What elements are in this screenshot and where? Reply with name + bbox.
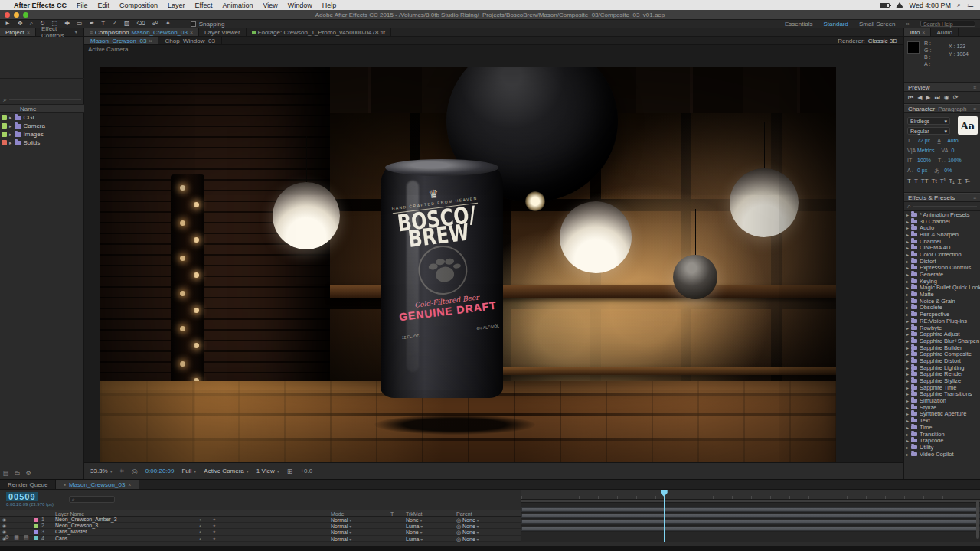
menu-effect[interactable]: Effect: [195, 2, 213, 9]
effect-category-matte[interactable]: ▸Matte: [904, 291, 980, 298]
label-color-chip[interactable]: [2, 123, 7, 129]
panel-menu-icon[interactable]: ≡: [973, 195, 976, 201]
current-time-display[interactable]: 0:00:20:09: [145, 468, 175, 474]
effects-presets-header[interactable]: Effects & Presets≡: [904, 193, 980, 202]
tab-layer-viewer[interactable]: Layer Viewer: [199, 28, 247, 36]
expand-arrow-icon[interactable]: ▸: [906, 358, 909, 364]
effect-category-sapphire-stylize[interactable]: ▸Sapphire Stylize: [904, 377, 980, 384]
char-style-button-1[interactable]: T: [914, 178, 918, 184]
expand-arrow-icon[interactable]: ▸: [906, 239, 909, 244]
menu-layer[interactable]: Layer: [168, 2, 185, 9]
effect-category-simulation[interactable]: ▸Simulation: [904, 397, 980, 404]
expand-arrow-icon[interactable]: ▸: [906, 325, 909, 331]
project-name-column-header[interactable]: Name: [0, 105, 84, 113]
toolbar-tool-11-icon[interactable]: ⌫: [137, 20, 145, 28]
baseline-shift-value[interactable]: 0 px: [917, 168, 927, 173]
expand-arrow-icon[interactable]: ▸: [906, 292, 909, 297]
expand-arrow-icon[interactable]: ▸: [906, 265, 909, 270]
expand-arrow-icon[interactable]: ▸: [906, 351, 909, 357]
menu-file[interactable]: File: [77, 2, 88, 9]
effect-category-sapphire-adjust[interactable]: ▸Sapphire Adjust: [904, 331, 980, 337]
effect-category-perspective[interactable]: ▸Perspective: [904, 311, 980, 318]
project-item-solids[interactable]: ▸Solids: [0, 139, 84, 147]
playhead[interactable]: [664, 490, 665, 542]
resolution-dropdown[interactable]: Full▾: [181, 468, 196, 474]
expand-arrow-icon[interactable]: ▸: [906, 285, 909, 290]
tracking-value[interactable]: 0: [952, 148, 955, 153]
renderer-control[interactable]: Renderer:Classic 3D: [838, 37, 903, 44]
expand-arrow-icon[interactable]: ▸: [906, 212, 909, 217]
preview-button-0[interactable]: ⏮: [908, 94, 913, 102]
timeline-scrollbar[interactable]: [976, 500, 979, 539]
expand-arrow-icon[interactable]: ▸: [906, 272, 909, 277]
effect-category-sapphire-blur-sharpen[interactable]: ▸Sapphire Blur+Sharpen: [904, 337, 980, 344]
comp-tab-mason-crewson[interactable]: Mason_Crewson_03×: [84, 37, 158, 44]
layer-switches-icons[interactable]: ◐ ✦: [199, 536, 220, 542]
layer-duration-bar[interactable]: [521, 514, 980, 518]
tab-timeline-mason-crewson[interactable]: ▪Mason_Crewson_03×: [56, 480, 139, 489]
grid-guides-icon[interactable]: ⌗: [120, 467, 124, 475]
layer-switches-icons[interactable]: ◐ ✦: [199, 529, 220, 535]
layer-duration-bar[interactable]: [521, 527, 980, 531]
expand-arrow-icon[interactable]: ▸: [906, 345, 909, 350]
visibility-eye-icon[interactable]: ◉: [2, 523, 6, 529]
preview-button-2[interactable]: ▶: [926, 94, 930, 101]
tab-render-queue[interactable]: Render Queue: [0, 480, 56, 489]
effect-category-video-copilot[interactable]: ▸Video Copilot: [904, 451, 980, 458]
effect-category-synthetic-aperture[interactable]: ▸Synthetic Aperture: [904, 411, 980, 418]
panel-menu-icon[interactable]: ≡: [973, 106, 976, 112]
tab-effect-controls[interactable]: Effect Controls▾: [36, 28, 83, 36]
trkmat-dropdown[interactable]: Luma ▾: [406, 536, 423, 543]
tab-composition-viewer[interactable]: ≡ Composition Mason_Crewson_03 ×: [84, 28, 199, 36]
expand-arrow-icon[interactable]: ▸: [906, 452, 909, 457]
expand-arrow-icon[interactable]: ▸: [9, 132, 12, 138]
timeline-footer-icon-1[interactable]: ▦: [14, 534, 19, 540]
effect-category-distort[interactable]: ▸Distort: [904, 258, 980, 265]
notification-center-icon[interactable]: ≔: [967, 2, 974, 9]
timeline-track-area[interactable]: [521, 490, 980, 542]
toolbar-tool-7-icon[interactable]: ✒: [90, 20, 95, 28]
layer-duration-bar[interactable]: [521, 520, 980, 524]
magnification-dropdown[interactable]: 33.3%▾: [90, 468, 113, 474]
label-color-chip[interactable]: [2, 132, 7, 137]
toolbar-tool-0-icon[interactable]: ►: [5, 20, 11, 28]
current-frame-field[interactable]: 00509: [6, 492, 38, 501]
visibility-eye-icon[interactable]: ◉: [2, 517, 6, 523]
preview-button-4[interactable]: ◉: [944, 94, 949, 101]
effect-category-3d-channel[interactable]: ▸3D Channel: [904, 218, 980, 225]
help-search-input[interactable]: Search Help: [920, 21, 975, 27]
expand-arrow-icon[interactable]: ▸: [906, 232, 909, 237]
expand-arrow-icon[interactable]: ▸: [906, 418, 909, 423]
effect-category-sapphire-time[interactable]: ▸Sapphire Time: [904, 384, 980, 391]
effect-category-utility[interactable]: ▸Utility: [904, 444, 980, 451]
effect-category-cinema-4d[interactable]: ▸CINEMA 4D: [904, 244, 980, 251]
expand-arrow-icon[interactable]: ▸: [906, 432, 909, 437]
tab-project[interactable]: Project×: [0, 28, 36, 36]
effect-category-transition[interactable]: ▸Transition: [904, 431, 980, 438]
timeline-search-input[interactable]: ⌕: [69, 496, 115, 503]
effect-category-re-vision-plug-ins[interactable]: ▸RE:Vision Plug-ins: [904, 318, 980, 324]
workspace-essentials[interactable]: Essentials: [785, 21, 812, 28]
char-style-button-4[interactable]: T¹: [940, 178, 946, 184]
expand-arrow-icon[interactable]: ▸: [906, 252, 909, 257]
toolbar-tool-2-icon[interactable]: ⌕: [30, 20, 33, 28]
toolbar-tool-13-icon[interactable]: ✦: [165, 20, 171, 28]
expand-arrow-icon[interactable]: ▸: [9, 140, 12, 146]
effect-category-stylize[interactable]: ▸Stylize: [904, 404, 980, 411]
effect-category-rowbyte[interactable]: ▸Rowbyte: [904, 324, 980, 331]
expand-arrow-icon[interactable]: ▸: [906, 259, 909, 264]
close-icon[interactable]: ×: [149, 38, 152, 44]
layer-color-chip[interactable]: [34, 530, 38, 534]
composition-viewport[interactable]: Active Camera ♛ HAND CRA: [84, 45, 903, 462]
effects-search[interactable]: ⌕: [904, 202, 980, 211]
expand-arrow-icon[interactable]: ▸: [906, 398, 909, 403]
comp-tab-chop-window[interactable]: Chop_Window_03: [158, 37, 221, 44]
project-footer-icon-0[interactable]: ▤: [3, 470, 9, 477]
effect-category-sapphire-lighting[interactable]: ▸Sapphire Lighting: [904, 364, 980, 371]
menu-view[interactable]: View: [263, 2, 277, 9]
toolbar-tool-12-icon[interactable]: ☍: [152, 20, 158, 28]
project-item-cgi[interactable]: ▸CGI: [0, 113, 84, 122]
preview-button-5[interactable]: ⟳: [953, 94, 959, 101]
work-area-bar[interactable]: [521, 500, 980, 503]
effect-category-generate[interactable]: ▸Generate: [904, 271, 980, 278]
